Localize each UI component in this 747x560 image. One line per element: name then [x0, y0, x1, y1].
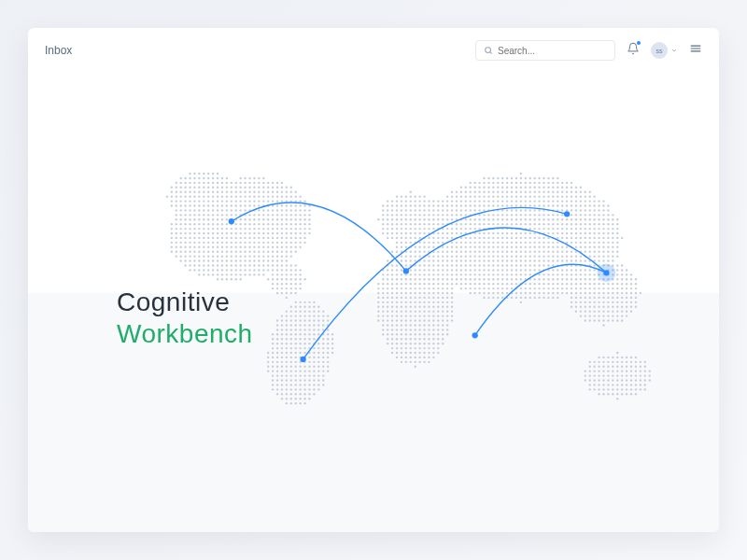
menu-button[interactable]: [689, 42, 702, 59]
svg-point-1691: [593, 278, 595, 280]
svg-point-1520: [478, 269, 480, 271]
svg-point-2427: [322, 370, 324, 371]
svg-point-301: [276, 200, 278, 202]
svg-point-140: [547, 187, 549, 189]
svg-point-2420: [290, 370, 292, 371]
user-menu[interactable]: ss: [651, 42, 678, 59]
svg-point-1472: [616, 264, 618, 266]
svg-point-721: [423, 223, 425, 225]
svg-point-1825: [626, 287, 627, 289]
svg-point-1541: [575, 269, 577, 271]
svg-point-171: [276, 191, 278, 193]
svg-point-955: [286, 237, 288, 239]
svg-point-2440: [635, 370, 637, 371]
svg-point-1585: [428, 273, 430, 275]
svg-point-329: [483, 200, 485, 202]
svg-point-584: [552, 214, 554, 216]
svg-point-1016: [189, 242, 190, 244]
svg-point-1570: [281, 273, 283, 275]
svg-point-473: [410, 209, 412, 211]
svg-point-1332: [221, 259, 223, 261]
svg-point-895: [460, 232, 462, 234]
search-input[interactable]: [498, 46, 607, 56]
svg-point-2217: [281, 338, 283, 340]
svg-point-2426: [317, 370, 319, 371]
svg-point-234: [286, 195, 288, 197]
svg-point-2584: [603, 270, 609, 275]
svg-point-719: [415, 223, 416, 225]
svg-point-1791: [470, 287, 472, 289]
svg-point-1267: [267, 255, 269, 257]
svg-point-1455: [538, 264, 540, 266]
svg-point-2424: [308, 370, 310, 371]
svg-point-2521: [640, 384, 641, 385]
svg-point-2289: [418, 347, 420, 349]
svg-point-2118: [437, 319, 439, 321]
svg-point-1763: [630, 283, 632, 285]
svg-point-634: [405, 218, 407, 220]
svg-point-2331: [313, 357, 315, 358]
svg-point-893: [451, 232, 453, 234]
svg-point-1101: [217, 246, 218, 248]
svg-point-795: [382, 228, 384, 230]
svg-point-1803: [525, 287, 527, 289]
notifications-button[interactable]: [627, 42, 640, 59]
svg-point-1521: [483, 269, 485, 271]
svg-point-1792: [473, 287, 475, 289]
svg-point-2112: [410, 319, 412, 321]
svg-point-1114: [276, 246, 278, 248]
svg-point-2363: [313, 361, 315, 363]
svg-point-1289: [465, 255, 467, 257]
svg-point-2186: [272, 333, 274, 335]
svg-point-632: [396, 218, 398, 220]
svg-point-2530: [303, 388, 305, 390]
svg-point-138: [538, 187, 540, 189]
svg-point-2312: [405, 352, 407, 354]
svg-point-850: [184, 232, 186, 234]
svg-point-2137: [303, 324, 305, 326]
svg-point-2356: [281, 361, 283, 363]
svg-point-1295: [492, 255, 494, 257]
svg-point-2489: [612, 379, 613, 381]
svg-point-2135: [295, 324, 297, 326]
svg-point-1178: [212, 251, 214, 253]
svg-point-2475: [290, 379, 292, 381]
svg-point-201: [561, 191, 563, 193]
svg-point-1450: [515, 264, 517, 266]
svg-point-1218: [487, 251, 489, 253]
svg-point-1118: [295, 246, 297, 248]
svg-point-576: [515, 214, 517, 216]
svg-point-1593: [465, 273, 467, 275]
svg-point-1087: [602, 242, 604, 244]
svg-point-1024: [226, 242, 228, 244]
svg-point-271: [566, 195, 568, 197]
search-input-wrap[interactable]: [475, 40, 615, 61]
svg-point-331: [492, 200, 494, 202]
svg-point-733: [478, 223, 480, 225]
svg-point-2116: [428, 319, 430, 321]
svg-point-686: [193, 223, 195, 225]
svg-point-396: [423, 204, 425, 206]
svg-point-1651: [410, 278, 412, 280]
svg-point-1839: [405, 292, 407, 294]
svg-point-855: [207, 232, 209, 234]
svg-point-1743: [538, 283, 540, 285]
svg-point-904: [501, 232, 503, 234]
svg-point-2402: [589, 366, 591, 368]
svg-point-769: [193, 228, 195, 230]
svg-point-2109: [396, 319, 398, 321]
svg-point-142: [557, 187, 558, 189]
svg-point-231: [272, 195, 274, 197]
svg-point-2292: [432, 347, 434, 349]
svg-point-2511: [593, 384, 595, 385]
svg-point-1523: [492, 269, 494, 271]
svg-point-937: [203, 237, 204, 239]
svg-point-1671: [501, 278, 503, 280]
svg-point-1723: [446, 283, 448, 285]
svg-point-1340: [258, 259, 260, 261]
svg-point-2012: [626, 306, 627, 308]
svg-point-1868: [552, 292, 554, 294]
svg-point-2558: [607, 393, 609, 395]
svg-point-1009: [612, 237, 613, 239]
svg-point-1603: [511, 273, 513, 275]
